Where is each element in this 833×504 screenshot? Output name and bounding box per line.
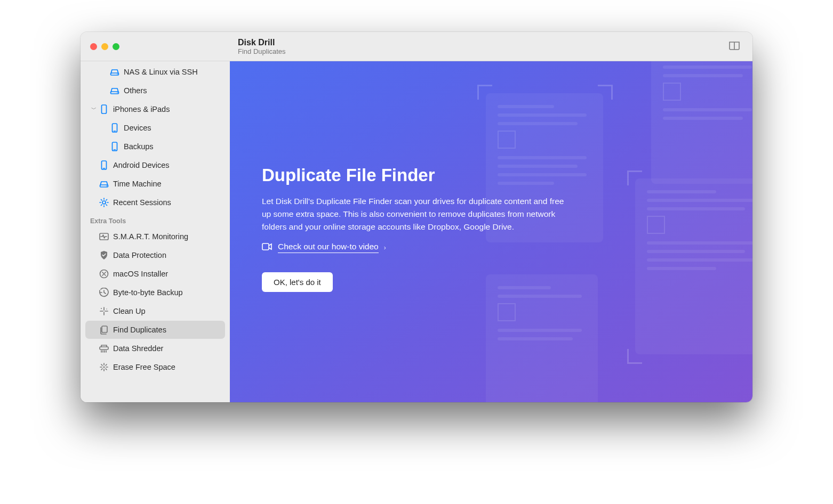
sidebar-item-backups[interactable]: Backups (85, 137, 225, 156)
svg-point-13 (106, 185, 107, 186)
close-window-button[interactable] (90, 43, 97, 50)
sidebar-item-time-machine[interactable]: Time Machine (85, 175, 225, 193)
sidebar-item-label: Others (121, 86, 147, 95)
shredder-icon (98, 344, 110, 353)
disk-icon (98, 180, 110, 188)
howto-video-link[interactable]: Check out our how-to video › (262, 242, 386, 253)
video-icon (262, 243, 273, 253)
sidebar-item-label: Data Protection (110, 251, 166, 259)
titlebar: Disk Drill Find Duplicates (81, 32, 752, 61)
sidebar-item-label: Backups (121, 142, 154, 151)
svg-point-2 (117, 74, 118, 75)
help-button[interactable] (728, 40, 741, 53)
sidebar-item-recent-sessions[interactable]: Recent Sessions (85, 193, 225, 212)
page-description: Let Disk Drill's Duplicate File Finder s… (262, 195, 571, 233)
sidebar-item-label: Find Duplicates (110, 326, 166, 334)
sidebar-item-clean-up[interactable]: Clean Up (85, 302, 225, 320)
chevron-down-icon: ﹀ (90, 105, 98, 113)
title-block: Disk Drill Find Duplicates (230, 37, 286, 56)
phone-icon (109, 142, 121, 151)
feature-intro: Duplicate File Finder Let Disk Drill's D… (262, 165, 571, 292)
x-circle-icon (98, 269, 110, 279)
app-subtitle: Find Duplicates (238, 47, 286, 56)
sidebar-item-s-m-a-r-t-monitoring[interactable]: S.M.A.R.T. Monitoring (85, 227, 225, 246)
sidebar-item-label: Clean Up (110, 307, 145, 315)
phone-icon (109, 123, 121, 133)
sidebar-item-data-shredder[interactable]: Data Shredder (85, 339, 225, 357)
svg-point-21 (103, 367, 105, 368)
sidebar-item-devices[interactable]: Devices (85, 119, 225, 137)
page-heading: Duplicate File Finder (262, 165, 571, 185)
phone-outline-icon (98, 104, 110, 114)
sidebar-item-find-duplicates[interactable]: Find Duplicates (85, 321, 225, 339)
sidebar-item-iphones-ipads[interactable]: ﹀iPhones & iPads (85, 100, 225, 118)
sidebar-item-label: Time Machine (110, 180, 162, 188)
gear-icon (98, 198, 110, 207)
minimize-window-button[interactable] (101, 43, 108, 50)
sidebar-item-nas-linux-via-ssh[interactable]: NAS & Linux via SSH (85, 63, 225, 81)
svg-rect-22 (262, 243, 269, 250)
sidebar-item-macos-installer[interactable]: macOS Installer (85, 265, 225, 283)
sidebar-item-data-protection[interactable]: Data Protection (85, 246, 225, 264)
sidebar-item-label: Devices (121, 124, 151, 132)
heartbeat-icon (98, 233, 110, 240)
sparkle-icon (98, 307, 110, 315)
main-panel: Duplicate File Finder Let Disk Drill's D… (230, 61, 752, 402)
sidebar-item-label: Android Devices (110, 161, 170, 169)
sidebar-item-byte-to-byte-backup[interactable]: Byte-to-byte Backup (85, 283, 225, 302)
sidebar-item-label: macOS Installer (110, 270, 168, 278)
fullscreen-window-button[interactable] (113, 43, 119, 50)
app-window: Disk Drill Find Duplicates NAS & Linux v… (81, 32, 752, 402)
sidebar-item-label: iPhones & iPads (110, 105, 170, 113)
svg-rect-5 (102, 105, 107, 113)
window-controls (81, 43, 230, 50)
app-title: Disk Drill (238, 37, 286, 47)
shield-icon (98, 250, 110, 260)
ok-lets-do-it-button[interactable]: OK, let's do it (262, 272, 333, 292)
phone-icon (98, 160, 110, 170)
svg-rect-20 (100, 347, 108, 349)
sidebar-item-label: Erase Free Space (110, 363, 175, 371)
sidebar-item-label: Data Shredder (110, 344, 163, 353)
svg-point-17 (101, 308, 102, 309)
sidebar-item-others[interactable]: Others (85, 82, 225, 100)
sidebar: NAS & Linux via SSHOthers﹀iPhones & iPad… (81, 61, 230, 402)
howto-link-text: Check out our how-to video (278, 242, 379, 253)
sidebar-item-label: Recent Sessions (110, 198, 171, 207)
disk-icon (109, 87, 121, 94)
disk-icon (109, 68, 121, 76)
svg-point-18 (106, 308, 107, 310)
sidebar-item-label: NAS & Linux via SSH (121, 68, 198, 76)
sidebar-item-label: Byte-to-byte Backup (110, 288, 183, 297)
chevron-right-icon: › (384, 244, 386, 251)
svg-point-4 (117, 92, 118, 93)
svg-rect-19 (102, 326, 107, 332)
sidebar-section-label: Extra Tools (81, 212, 230, 227)
burst-icon (98, 362, 110, 372)
sidebar-item-label: S.M.A.R.T. Monitoring (110, 232, 188, 241)
copies-icon (98, 325, 110, 335)
sidebar-item-android-devices[interactable]: Android Devices (85, 156, 225, 174)
clock-icon (98, 288, 110, 297)
svg-point-14 (102, 201, 106, 204)
sidebar-item-erase-free-space[interactable]: Erase Free Space (85, 358, 225, 376)
